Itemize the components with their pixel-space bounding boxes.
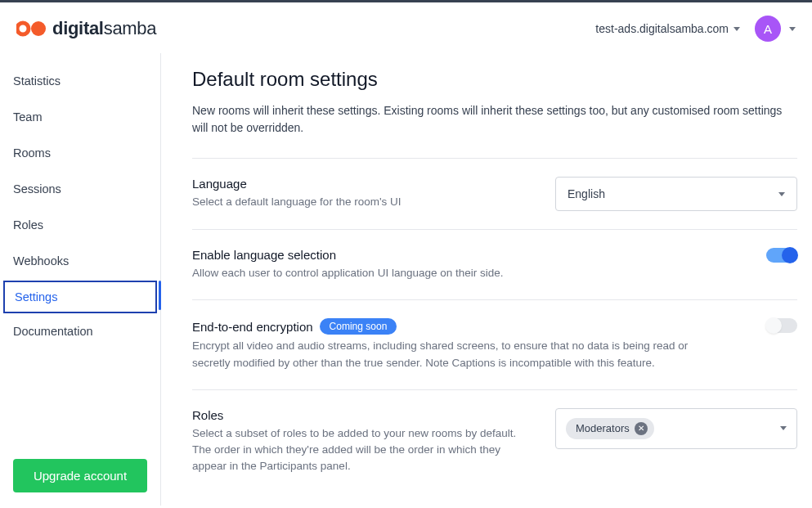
header: digitalsamba test-ads.digitalsamba.com A [0,2,812,53]
svg-point-1 [31,21,46,36]
header-right: test-ads.digitalsamba.com A [595,16,796,42]
section-language: Language Select a default language for t… [192,158,797,229]
e2e-title: End-to-end encryption Coming soon [192,318,729,335]
toggle-knob [782,247,798,263]
section-roles: Roles Select a subset of roles to be add… [192,389,797,493]
active-indicator [159,281,161,310]
language-desc: Select a default language for the room's… [192,194,536,210]
sidebar-nav: Statistics Team Rooms Sessions Roles Web… [0,65,160,446]
sidebar-item-sessions[interactable]: Sessions [0,173,160,205]
domain-dropdown[interactable]: test-ads.digitalsamba.com [595,22,740,35]
main-content: Default room settings New rooms will inh… [161,53,812,506]
language-select[interactable]: English [555,177,797,211]
coming-soon-badge: Coming soon [320,318,397,335]
account-menu[interactable]: A [755,16,796,42]
avatar: A [755,16,781,42]
sidebar-item-settings[interactable]: Settings [3,281,157,313]
section-e2e-encryption: End-to-end encryption Coming soon Encryp… [192,299,797,389]
page-title: Default room settings [192,68,797,91]
roles-multiselect[interactable]: Moderators ✕ [555,408,797,449]
roles-desc: Select a subset of roles to be added to … [192,425,536,475]
language-select-value: English [568,187,605,200]
toggle-knob [765,317,782,334]
sidebar-item-rooms[interactable]: Rooms [0,137,160,169]
logo-icon [16,20,47,37]
section-language-selection: Enable language selection Allow each use… [192,229,797,299]
sidebar-item-roles[interactable]: Roles [0,209,160,241]
domain-label: test-ads.digitalsamba.com [595,22,729,35]
chevron-down-icon [789,27,796,31]
sidebar-item-team[interactable]: Team [0,101,160,133]
upgrade-account-button[interactable]: Upgrade account [13,459,147,492]
sidebar-item-documentation[interactable]: Documentation [0,315,160,348]
chevron-down-icon [780,426,787,430]
role-chip-moderators: Moderators ✕ [566,418,654,439]
sidebar-item-statistics[interactable]: Statistics [0,65,160,97]
language-selection-title: Enable language selection [192,248,729,262]
logo-text: digitalsamba [52,18,156,39]
sidebar-item-webhooks[interactable]: Webhooks [0,245,160,277]
chevron-down-icon [778,192,785,196]
svg-point-0 [17,23,29,34]
page-description: New rooms will inherit these settings. E… [192,102,797,137]
roles-title: Roles [192,408,536,422]
sidebar: Statistics Team Rooms Sessions Roles Web… [0,53,161,506]
e2e-toggle [766,318,797,333]
logo[interactable]: digitalsamba [16,18,156,39]
chip-remove-icon[interactable]: ✕ [635,422,648,435]
language-title: Language [192,177,536,191]
e2e-desc: Encrypt all video and audio streams, inc… [192,338,729,371]
language-selection-toggle[interactable] [766,248,797,263]
chevron-down-icon [733,27,740,31]
language-selection-desc: Allow each user to control application U… [192,265,729,281]
